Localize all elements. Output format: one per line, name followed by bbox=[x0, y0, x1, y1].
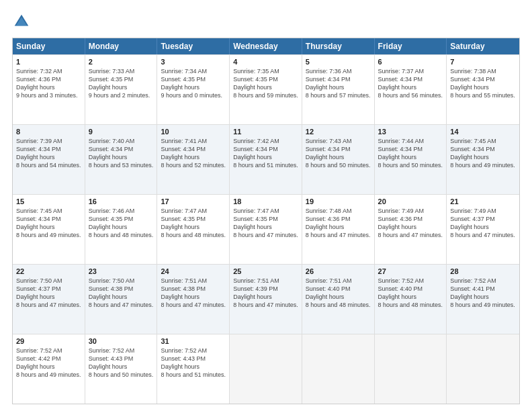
day-number: 5 bbox=[306, 58, 371, 66]
calendar-cell-empty bbox=[375, 334, 447, 404]
day-number: 27 bbox=[378, 267, 443, 275]
header-day-friday: Friday bbox=[375, 38, 447, 54]
cell-content: Sunrise: 7:39 AM Sunset: 4:34 PM Dayligh… bbox=[16, 137, 81, 170]
calendar-cell-17: 17 Sunrise: 7:47 AM Sunset: 4:35 PM Dayl… bbox=[157, 195, 230, 264]
cell-content: Sunrise: 7:52 AM Sunset: 4:43 PM Dayligh… bbox=[89, 347, 154, 379]
calendar-cell-30: 30 Sunrise: 7:52 AM Sunset: 4:43 PM Dayl… bbox=[85, 334, 158, 404]
cell-content: Sunrise: 7:43 AM Sunset: 4:34 PM Dayligh… bbox=[306, 137, 371, 170]
cell-content: Sunrise: 7:45 AM Sunset: 4:34 PM Dayligh… bbox=[16, 207, 81, 240]
cell-content: Sunrise: 7:42 AM Sunset: 4:34 PM Dayligh… bbox=[233, 137, 298, 170]
cell-content: Sunrise: 7:51 AM Sunset: 4:39 PM Dayligh… bbox=[233, 277, 298, 310]
cell-content: Sunrise: 7:46 AM Sunset: 4:35 PM Dayligh… bbox=[89, 207, 154, 240]
calendar-cell-22: 22 Sunrise: 7:50 AM Sunset: 4:37 PM Dayl… bbox=[13, 265, 85, 334]
cell-content: Sunrise: 7:40 AM Sunset: 4:34 PM Dayligh… bbox=[89, 137, 154, 170]
calendar-cell-27: 27 Sunrise: 7:52 AM Sunset: 4:40 PM Dayl… bbox=[375, 265, 447, 334]
day-number: 3 bbox=[161, 58, 226, 66]
day-number: 26 bbox=[306, 267, 371, 275]
cell-content: Sunrise: 7:49 AM Sunset: 4:36 PM Dayligh… bbox=[378, 207, 443, 240]
cell-content: Sunrise: 7:50 AM Sunset: 4:38 PM Dayligh… bbox=[89, 277, 154, 310]
calendar-cell-9: 9 Sunrise: 7:40 AM Sunset: 4:34 PM Dayli… bbox=[85, 125, 158, 194]
cell-content: Sunrise: 7:36 AM Sunset: 4:34 PM Dayligh… bbox=[306, 67, 371, 100]
cell-content: Sunrise: 7:49 AM Sunset: 4:37 PM Dayligh… bbox=[450, 207, 516, 240]
calendar-row-1: 8 Sunrise: 7:39 AM Sunset: 4:34 PM Dayli… bbox=[13, 124, 519, 194]
calendar-cell-21: 21 Sunrise: 7:49 AM Sunset: 4:37 PM Dayl… bbox=[447, 195, 519, 264]
day-number: 23 bbox=[89, 267, 154, 275]
day-number: 11 bbox=[233, 128, 298, 136]
calendar-cell-31: 31 Sunrise: 7:52 AM Sunset: 4:43 PM Dayl… bbox=[157, 334, 230, 404]
calendar-cell-25: 25 Sunrise: 7:51 AM Sunset: 4:39 PM Dayl… bbox=[230, 265, 302, 334]
header-day-tuesday: Tuesday bbox=[157, 38, 230, 54]
calendar-cell-20: 20 Sunrise: 7:49 AM Sunset: 4:36 PM Dayl… bbox=[375, 195, 447, 264]
day-number: 29 bbox=[16, 337, 81, 345]
calendar-cell-2: 2 Sunrise: 7:33 AM Sunset: 4:35 PM Dayli… bbox=[85, 55, 158, 124]
day-number: 24 bbox=[161, 267, 226, 275]
header bbox=[12, 12, 520, 31]
calendar-cell-10: 10 Sunrise: 7:41 AM Sunset: 4:34 PM Dayl… bbox=[157, 125, 230, 194]
page: SundayMondayTuesdayWednesdayThursdayFrid… bbox=[0, 0, 532, 411]
cell-content: Sunrise: 7:45 AM Sunset: 4:34 PM Dayligh… bbox=[450, 137, 516, 170]
calendar-row-4: 29 Sunrise: 7:52 AM Sunset: 4:42 PM Dayl… bbox=[13, 334, 519, 404]
day-number: 10 bbox=[161, 128, 226, 136]
day-number: 17 bbox=[161, 197, 226, 205]
day-number: 1 bbox=[16, 58, 81, 66]
cell-content: Sunrise: 7:52 AM Sunset: 4:41 PM Dayligh… bbox=[450, 277, 516, 310]
calendar-cell-19: 19 Sunrise: 7:48 AM Sunset: 4:36 PM Dayl… bbox=[302, 195, 375, 264]
day-number: 15 bbox=[16, 197, 81, 205]
calendar-cell-12: 12 Sunrise: 7:43 AM Sunset: 4:34 PM Dayl… bbox=[302, 125, 375, 194]
cell-content: Sunrise: 7:33 AM Sunset: 4:35 PM Dayligh… bbox=[89, 67, 154, 100]
calendar-cell-29: 29 Sunrise: 7:52 AM Sunset: 4:42 PM Dayl… bbox=[13, 334, 85, 404]
cell-content: Sunrise: 7:32 AM Sunset: 4:36 PM Dayligh… bbox=[16, 67, 81, 100]
logo bbox=[12, 12, 34, 31]
day-number: 7 bbox=[450, 58, 516, 66]
calendar-cell-empty bbox=[447, 334, 519, 404]
day-number: 20 bbox=[378, 197, 443, 205]
calendar-cell-6: 6 Sunrise: 7:37 AM Sunset: 4:34 PM Dayli… bbox=[375, 55, 447, 124]
calendar-cell-23: 23 Sunrise: 7:50 AM Sunset: 4:38 PM Dayl… bbox=[85, 265, 158, 334]
day-number: 25 bbox=[233, 267, 298, 275]
cell-content: Sunrise: 7:51 AM Sunset: 4:40 PM Dayligh… bbox=[306, 277, 371, 310]
calendar-cell-3: 3 Sunrise: 7:34 AM Sunset: 4:35 PM Dayli… bbox=[157, 55, 230, 124]
day-number: 9 bbox=[89, 128, 154, 136]
cell-content: Sunrise: 7:51 AM Sunset: 4:38 PM Dayligh… bbox=[161, 277, 226, 310]
day-number: 4 bbox=[233, 58, 298, 66]
day-number: 13 bbox=[378, 128, 443, 136]
logo-icon bbox=[12, 12, 31, 31]
calendar-cell-16: 16 Sunrise: 7:46 AM Sunset: 4:35 PM Dayl… bbox=[85, 195, 158, 264]
calendar-body: 1 Sunrise: 7:32 AM Sunset: 4:36 PM Dayli… bbox=[13, 54, 519, 404]
day-number: 28 bbox=[450, 267, 516, 275]
header-day-saturday: Saturday bbox=[447, 38, 519, 54]
cell-content: Sunrise: 7:52 AM Sunset: 4:42 PM Dayligh… bbox=[16, 347, 81, 379]
header-day-sunday: Sunday bbox=[13, 38, 85, 54]
header-day-wednesday: Wednesday bbox=[230, 38, 302, 54]
day-number: 16 bbox=[89, 197, 154, 205]
cell-content: Sunrise: 7:41 AM Sunset: 4:34 PM Dayligh… bbox=[161, 137, 226, 170]
cell-content: Sunrise: 7:44 AM Sunset: 4:34 PM Dayligh… bbox=[378, 137, 443, 170]
calendar-cell-empty bbox=[230, 334, 302, 404]
header-day-thursday: Thursday bbox=[302, 38, 375, 54]
calendar-cell-18: 18 Sunrise: 7:47 AM Sunset: 4:35 PM Dayl… bbox=[230, 195, 302, 264]
day-number: 19 bbox=[306, 197, 371, 205]
calendar-row-3: 22 Sunrise: 7:50 AM Sunset: 4:37 PM Dayl… bbox=[13, 264, 519, 334]
calendar-row-2: 15 Sunrise: 7:45 AM Sunset: 4:34 PM Dayl… bbox=[13, 194, 519, 264]
calendar-cell-28: 28 Sunrise: 7:52 AM Sunset: 4:41 PM Dayl… bbox=[447, 265, 519, 334]
calendar-row-0: 1 Sunrise: 7:32 AM Sunset: 4:36 PM Dayli… bbox=[13, 54, 519, 124]
calendar-cell-1: 1 Sunrise: 7:32 AM Sunset: 4:36 PM Dayli… bbox=[13, 55, 85, 124]
day-number: 21 bbox=[450, 197, 516, 205]
day-number: 14 bbox=[450, 128, 516, 136]
day-number: 12 bbox=[306, 128, 371, 136]
calendar: SundayMondayTuesdayWednesdayThursdayFrid… bbox=[12, 38, 520, 404]
cell-content: Sunrise: 7:52 AM Sunset: 4:43 PM Dayligh… bbox=[161, 347, 226, 379]
cell-content: Sunrise: 7:38 AM Sunset: 4:34 PM Dayligh… bbox=[450, 67, 516, 100]
calendar-cell-empty bbox=[302, 334, 375, 404]
header-day-monday: Monday bbox=[85, 38, 158, 54]
day-number: 6 bbox=[378, 58, 443, 66]
calendar-cell-24: 24 Sunrise: 7:51 AM Sunset: 4:38 PM Dayl… bbox=[157, 265, 230, 334]
calendar-cell-26: 26 Sunrise: 7:51 AM Sunset: 4:40 PM Dayl… bbox=[302, 265, 375, 334]
day-number: 18 bbox=[233, 197, 298, 205]
cell-content: Sunrise: 7:47 AM Sunset: 4:35 PM Dayligh… bbox=[233, 207, 298, 240]
calendar-cell-4: 4 Sunrise: 7:35 AM Sunset: 4:35 PM Dayli… bbox=[230, 55, 302, 124]
calendar-header: SundayMondayTuesdayWednesdayThursdayFrid… bbox=[13, 38, 519, 54]
calendar-cell-14: 14 Sunrise: 7:45 AM Sunset: 4:34 PM Dayl… bbox=[447, 125, 519, 194]
day-number: 2 bbox=[89, 58, 154, 66]
day-number: 22 bbox=[16, 267, 81, 275]
